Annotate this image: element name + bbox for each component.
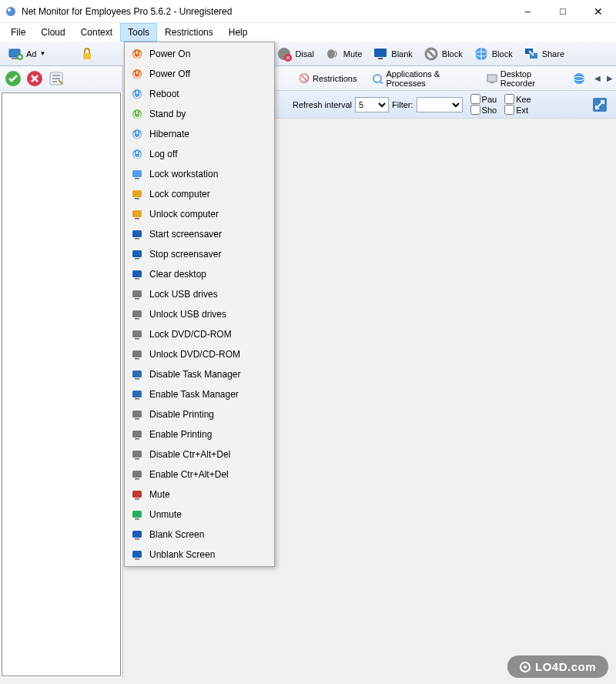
menu-file[interactable]: File (3, 23, 33, 42)
svg-rect-51 (132, 370, 142, 377)
menu-cloud[interactable]: Cloud (33, 23, 72, 42)
svg-point-19 (373, 75, 381, 82)
tools-menu-item-unblank-screen[interactable]: Unblank Screen (126, 545, 273, 565)
disable-button[interactable]: Disal (272, 43, 318, 65)
close-button[interactable]: ✕ (581, 0, 616, 23)
tools-menu-item-mute[interactable]: Mute (126, 484, 273, 505)
tools-menu-item-log-off[interactable]: Log off (126, 144, 273, 164)
tab-overflow[interactable] (570, 69, 588, 89)
add-button[interactable]: Ad ▼ (3, 43, 50, 65)
svg-rect-34 (135, 198, 139, 200)
svg-rect-20 (487, 75, 497, 82)
menu-item-label: Hibernate (149, 129, 189, 139)
reboot-icon (131, 88, 143, 100)
lock-computer-icon (131, 188, 143, 200)
refresh-interval-select[interactable]: 5 (355, 97, 389, 112)
tools-menu-item-disable-task-manager[interactable]: Disable Task Manager (126, 364, 273, 384)
maximize-button[interactable]: □ (545, 0, 581, 23)
ext-checkbox[interactable]: Ext (504, 105, 531, 115)
menu-item-label: Lock DVD/CD-ROM (149, 329, 232, 340)
svg-point-22 (574, 73, 584, 84)
filter-select[interactable] (417, 97, 463, 112)
tools-menu-item-reboot[interactable]: Reboot (126, 84, 273, 104)
accept-icon[interactable] (5, 70, 22, 87)
tab-applications[interactable]: Applications & Processes (366, 69, 477, 89)
tab-recorder[interactable]: Desktop Recorder (480, 69, 567, 89)
svg-rect-15 (530, 53, 537, 59)
lock-dvd-icon (131, 328, 143, 340)
tabs-next-button[interactable]: ▶ (604, 69, 616, 88)
title-bar: Net Monitor for Employees Pro 5.6.2 - Un… (0, 0, 616, 23)
svg-rect-56 (135, 418, 139, 420)
menu-item-label: Clear desktop (149, 269, 206, 280)
block-web-icon (474, 46, 489, 62)
tools-menu-item-unlock-dvd-cd-rom[interactable]: Unlock DVD/CD-ROM (126, 344, 273, 364)
tools-menu-item-disable-ctr-alt-del[interactable]: Disable Ctr+Alt+Del (126, 444, 273, 464)
tools-menu-item-lock-computer[interactable]: Lock computer (126, 184, 273, 204)
svg-rect-43 (132, 290, 142, 297)
tools-menu-item-hibernate[interactable]: Hibernate (126, 124, 273, 144)
tools-menu-item-enable-ctr-alt-del[interactable]: Enable Ctr+Alt+Del (126, 464, 273, 484)
tools-menu-item-clear-desktop[interactable]: Clear desktop (126, 264, 273, 284)
svg-rect-35 (132, 210, 142, 217)
add-computer-icon (8, 46, 23, 62)
logoff-icon (131, 148, 143, 160)
tools-menu-item-enable-task-manager[interactable]: Enable Task Manager (126, 384, 273, 404)
menu-context[interactable]: Context (73, 23, 120, 42)
tab-label: Applications & Processes (386, 69, 470, 88)
minimize-button[interactable]: – (510, 0, 545, 23)
show-checkbox[interactable]: Sho (470, 105, 497, 115)
menu-item-label: Unlock USB drives (149, 309, 226, 320)
tools-menu-item-start-screensaver[interactable]: Start screensaver (126, 224, 273, 244)
svg-rect-63 (132, 491, 142, 498)
svg-rect-59 (132, 451, 142, 458)
reject-icon[interactable] (26, 70, 43, 87)
tools-menu-item-power-off[interactable]: Power Off (126, 64, 273, 84)
enable-printing-icon (131, 428, 143, 441)
computer-tree[interactable] (2, 92, 121, 676)
toolbar-label: Disal (295, 49, 313, 59)
unmute-menu-icon (131, 508, 143, 521)
svg-rect-55 (132, 411, 142, 417)
tools-menu-item-stand-by[interactable]: Stand by (126, 104, 273, 124)
menu-help[interactable]: Help (221, 23, 256, 42)
keep-checkbox[interactable]: Kee (504, 94, 531, 104)
mute-button[interactable]: Mute (320, 43, 367, 65)
block-icon (424, 46, 439, 62)
power-on-icon (131, 48, 143, 60)
tabs-prev-button[interactable]: ◀ (591, 69, 604, 88)
menu-item-label: Unblank Screen (149, 549, 215, 560)
menu-item-label: Start screensaver (149, 229, 222, 240)
menu-tools[interactable]: Tools (120, 23, 157, 42)
share-button[interactable]: Share (519, 43, 569, 65)
expand-icon[interactable] (591, 96, 608, 113)
pause-checkbox[interactable]: Pau (470, 94, 497, 104)
disable-printing-icon (131, 408, 143, 421)
tools-menu-item-lock-workstation[interactable]: Lock workstation (126, 164, 273, 184)
tools-menu-item-power-on[interactable]: Power On (126, 44, 273, 64)
tools-menu-item-lock-dvd-cd-rom[interactable]: Lock DVD/CD-ROM (126, 324, 273, 344)
tools-menu-item-blank-screen[interactable]: Blank Screen (126, 525, 273, 545)
menu-restrictions[interactable]: Restrictions (157, 23, 221, 42)
lock-button[interactable] (75, 43, 99, 65)
start-screensaver-icon (131, 228, 143, 240)
svg-rect-9 (374, 49, 387, 57)
block-web-button[interactable]: Block (469, 43, 517, 65)
tools-menu-item-stop-screensaver[interactable]: Stop screensaver (126, 244, 273, 264)
tools-menu-item-lock-usb-drives[interactable]: Lock USB drives (126, 284, 273, 304)
tab-restrictions[interactable]: 🚫 Restrictions (293, 69, 363, 89)
tools-menu-item-disable-printing[interactable]: Disable Printing (126, 404, 273, 424)
tools-menu-item-unmute[interactable]: Unmute (126, 505, 273, 525)
tools-menu-item-enable-printing[interactable]: Enable Printing (126, 424, 273, 444)
tools-menu-item-unlock-usb-drives[interactable]: Unlock USB drives (126, 304, 273, 324)
tools-menu-item-unlock-computer[interactable]: Unlock computer (126, 204, 273, 224)
svg-rect-5 (83, 53, 91, 59)
block-button[interactable]: Block (419, 43, 467, 65)
menu-item-label: Enable Task Manager (149, 389, 239, 400)
left-toolbar (0, 66, 122, 91)
blank-button[interactable]: Blank (368, 43, 417, 65)
unlock-usb-icon (131, 308, 143, 320)
edit-list-icon[interactable] (48, 70, 65, 87)
svg-rect-64 (135, 498, 139, 500)
svg-rect-21 (490, 82, 494, 83)
